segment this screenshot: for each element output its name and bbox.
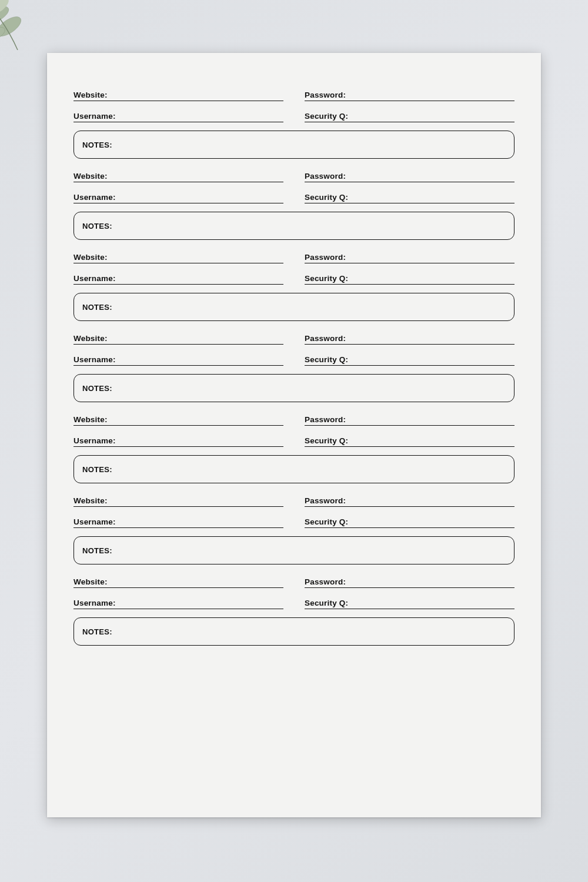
entry-block: Website: Password: Username: Security Q:…: [74, 88, 514, 159]
notes-box: NOTES:: [74, 131, 514, 159]
website-label: Website:: [74, 496, 108, 505]
notes-box: NOTES:: [74, 455, 514, 483]
securityq-label: Security Q:: [305, 274, 348, 283]
password-field: Password:: [305, 494, 514, 507]
notes-box: NOTES:: [74, 536, 514, 564]
password-label: Password:: [305, 496, 346, 505]
notes-box: NOTES:: [74, 617, 514, 646]
securityq-label: Security Q:: [305, 112, 348, 121]
notes-label: NOTES:: [82, 222, 112, 230]
securityq-field: Security Q:: [305, 434, 514, 447]
website-field: Website:: [74, 88, 283, 101]
website-label: Website:: [74, 172, 108, 181]
website-label: Website:: [74, 415, 108, 424]
username-field: Username:: [74, 353, 283, 366]
securityq-label: Security Q:: [305, 355, 348, 364]
securityq-field: Security Q:: [305, 272, 514, 285]
username-field: Username:: [74, 434, 283, 447]
username-field: Username:: [74, 596, 283, 609]
website-field: Website:: [74, 413, 283, 426]
svg-point-2: [0, 24, 7, 44]
securityq-field: Security Q:: [305, 191, 514, 203]
notes-label: NOTES:: [82, 465, 112, 474]
website-label: Website:: [74, 334, 108, 343]
securityq-field: Security Q:: [305, 109, 514, 122]
username-field: Username:: [74, 109, 283, 122]
username-field: Username:: [74, 191, 283, 203]
website-label: Website:: [74, 91, 108, 99]
username-label: Username:: [74, 599, 116, 607]
website-field: Website:: [74, 332, 283, 345]
password-field: Password:: [305, 575, 514, 588]
username-label: Username:: [74, 517, 116, 526]
securityq-label: Security Q:: [305, 436, 348, 445]
svg-point-3: [0, 0, 11, 16]
password-label: Password:: [305, 577, 346, 586]
entry-block: Website: Password: Username: Security Q:…: [74, 413, 514, 483]
leaf-decoration-icon: [0, 0, 41, 65]
password-field: Password:: [305, 250, 514, 263]
password-label: Password:: [305, 334, 346, 343]
password-label: Password:: [305, 253, 346, 262]
password-log-page: Website: Password: Username: Security Q:…: [47, 53, 541, 817]
password-field: Password:: [305, 169, 514, 182]
entry-block: Website: Password: Username: Security Q:…: [74, 494, 514, 564]
securityq-field: Security Q:: [305, 596, 514, 609]
username-label: Username:: [74, 355, 116, 364]
password-field: Password:: [305, 88, 514, 101]
username-field: Username:: [74, 515, 283, 528]
username-label: Username:: [74, 436, 116, 445]
notes-box: NOTES:: [74, 374, 514, 402]
notes-box: NOTES:: [74, 293, 514, 321]
notes-label: NOTES:: [82, 141, 112, 149]
securityq-field: Security Q:: [305, 515, 514, 528]
username-field: Username:: [74, 272, 283, 285]
securityq-label: Security Q:: [305, 193, 348, 202]
password-label: Password:: [305, 172, 346, 181]
svg-point-0: [0, 3, 11, 26]
website-label: Website:: [74, 253, 108, 262]
password-field: Password:: [305, 413, 514, 426]
entry-block: Website: Password: Username: Security Q:…: [74, 575, 514, 646]
notes-label: NOTES:: [82, 303, 112, 312]
notes-label: NOTES:: [82, 384, 112, 393]
website-label: Website:: [74, 577, 108, 586]
website-field: Website:: [74, 250, 283, 263]
password-label: Password:: [305, 415, 346, 424]
username-label: Username:: [74, 112, 116, 121]
website-field: Website:: [74, 575, 283, 588]
entry-block: Website: Password: Username: Security Q:…: [74, 169, 514, 240]
svg-point-1: [0, 13, 24, 40]
website-field: Website:: [74, 169, 283, 182]
securityq-label: Security Q:: [305, 599, 348, 607]
securityq-field: Security Q:: [305, 353, 514, 366]
notes-box: NOTES:: [74, 212, 514, 240]
website-field: Website:: [74, 494, 283, 507]
entry-block: Website: Password: Username: Security Q:…: [74, 250, 514, 321]
entry-block: Website: Password: Username: Security Q:…: [74, 332, 514, 402]
notes-label: NOTES:: [82, 546, 112, 555]
username-label: Username:: [74, 274, 116, 283]
password-field: Password:: [305, 332, 514, 345]
securityq-label: Security Q:: [305, 517, 348, 526]
password-label: Password:: [305, 91, 346, 99]
notes-label: NOTES:: [82, 627, 112, 636]
username-label: Username:: [74, 193, 116, 202]
